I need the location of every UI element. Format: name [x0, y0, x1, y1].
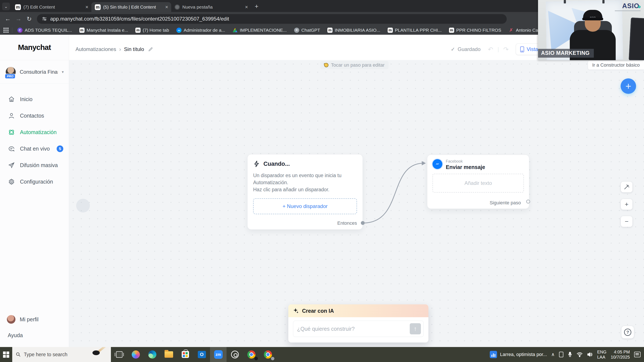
zoom-in-button[interactable]: + — [621, 199, 632, 210]
phone-link-icon[interactable] — [559, 352, 563, 357]
outlook-icon: O — [198, 351, 206, 358]
outlook-button[interactable]: O — [194, 347, 210, 362]
then-connector-handle[interactable] — [361, 221, 365, 225]
bookmark-chatgpt[interactable]: ✳ ChatGPT — [294, 28, 320, 33]
sidebar-item-mi-perfil[interactable]: Mi perfil — [0, 312, 69, 327]
search-input[interactable] — [24, 352, 86, 358]
ghost-node — [76, 199, 90, 212]
zoom-app-button[interactable]: zm — [210, 347, 226, 362]
sidebar-item-inicio[interactable]: Inicio — [0, 91, 69, 108]
home-icon — [8, 96, 15, 103]
help-button[interactable]: ? — [622, 326, 634, 339]
speaker-icon[interactable] — [587, 352, 593, 357]
contacts-icon — [8, 112, 15, 119]
sidebar-item-automatizacion[interactable]: Automatización — [0, 124, 69, 141]
bookmark-ppr-chino[interactable]: m PPR CHINO FILTROS — [449, 28, 501, 33]
sidebar-item-chat-en-vivo[interactable]: Chat en vivo 5 — [0, 141, 69, 157]
action-center-icon[interactable] — [634, 352, 640, 357]
breadcrumb-flow-name: Sin título — [124, 46, 144, 52]
canvas-hint: Tocar un paso para editar — [320, 61, 388, 69]
edge-button[interactable] — [144, 347, 160, 362]
tab-close-icon[interactable]: × — [245, 4, 248, 10]
sparkle-icon — [293, 308, 299, 314]
automation-icon — [8, 129, 15, 136]
clock[interactable]: 4:05 PM10/7/2025 — [611, 349, 630, 360]
tab-close-icon[interactable]: × — [86, 4, 88, 10]
zoom-out-button[interactable]: − — [621, 216, 632, 227]
bookmark-ads-tours[interactable]: C ADS TOURS TEQUIL... — [18, 28, 72, 33]
bookmark-label: Manychat Instala e... — [87, 28, 128, 33]
add-node-fab[interactable]: + — [620, 78, 636, 94]
asio-logo: ASIO — [615, 2, 640, 11]
next-step-connector-handle[interactable] — [526, 200, 530, 203]
sidebar-item-difusion[interactable]: Difusión masiva — [0, 157, 69, 174]
chevron-down-icon: ▾ — [62, 70, 64, 74]
sidebar-item-label: Difusión masiva — [20, 162, 58, 168]
broadcast-icon — [8, 162, 15, 169]
tab-search-button[interactable]: ⌄ — [2, 2, 10, 10]
bookmark-manychat-instala[interactable]: m Manychat Instala e... — [79, 28, 128, 33]
news-and-interests[interactable]: Larrea, optimista por... — [490, 351, 547, 358]
file-explorer-button[interactable] — [160, 347, 177, 362]
tab-new-tab[interactable]: Nueva pestaña × — [171, 2, 251, 12]
address-bar[interactable]: app.manychat.com/fb3281059/cms/files/con… — [37, 14, 507, 24]
auto-arrange-button[interactable] — [621, 182, 632, 192]
ai-prompt-input[interactable] — [297, 326, 408, 332]
redo-icon[interactable]: ↷ — [503, 46, 509, 53]
bookmark-inmobiliaria[interactable]: m INMOBILIARIA ASIO... — [327, 28, 380, 33]
wifi-icon[interactable] — [577, 352, 583, 357]
new-trigger-button[interactable]: + Nuevo disparador — [253, 198, 357, 214]
bookmark-implementaciones[interactable]: IMPLEMENTACIONE... — [232, 28, 287, 33]
ai-panel-title: Crear con IA — [302, 308, 334, 314]
board-clip — [564, 0, 566, 3]
tab-edit-content-active[interactable]: m (5) Sin título | Edit Content × — [92, 2, 171, 12]
account-name: Consultoría Finan... — [20, 69, 58, 75]
reload-icon[interactable]: ↻ — [24, 14, 34, 23]
settings-gear-icon — [8, 179, 15, 185]
new-tab-button[interactable]: + — [252, 2, 261, 11]
chrome-button-2[interactable] — [260, 347, 276, 362]
sidebar-nav: Inicio Contactos Automatización Chat en … — [0, 84, 69, 190]
bookmark-plantilla-ppr[interactable]: m PLANTILLA PPR CHI... — [388, 28, 442, 33]
breadcrumb-automations[interactable]: Automatizaciones — [76, 46, 116, 52]
apps-grid-icon[interactable] — [4, 28, 8, 33]
store-button[interactable] — [177, 347, 194, 362]
send-message-node[interactable]: Facebook Enviar mensaje Añadir texto Sig… — [427, 155, 529, 209]
sidebar-item-contactos[interactable]: Contactos — [0, 108, 69, 124]
sidebar-item-ayuda[interactable]: Ayuda — [0, 327, 69, 343]
account-switcher[interactable]: PRO Consultoría Finan... ▾ — [0, 60, 69, 84]
manychat-favicon: m — [327, 28, 332, 33]
tab-title: (5) Sin título | Edit Content — [103, 4, 162, 10]
windows-taskbar: O zm Larrea, optimista por... ∧ ENGLAA 4… — [0, 347, 644, 362]
taskbar-search[interactable] — [12, 347, 111, 362]
language-indicator[interactable]: ENGLAA — [597, 349, 606, 360]
tab-edit-content-1[interactable]: m (7) Edit Content × — [12, 2, 92, 12]
trigger-node[interactable]: Cuando... Un disparador es un evento que… — [247, 154, 363, 230]
edit-pencil-icon[interactable] — [148, 47, 153, 52]
forward-icon[interactable]: → — [14, 14, 23, 23]
store-icon — [182, 351, 189, 358]
add-text-placeholder[interactable]: Añadir texto — [432, 174, 524, 192]
microphone-icon[interactable] — [568, 352, 572, 357]
saved-status: ✓ Guardado — [451, 46, 480, 52]
check-icon: ✓ — [451, 46, 455, 52]
chrome-profile-badge — [254, 357, 258, 361]
bookmark-label: PPR CHINO FILTROS — [456, 28, 501, 33]
copilot-button[interactable] — [128, 347, 144, 362]
go-basic-builder-button[interactable]: Ir a Constructor básico — [588, 61, 644, 70]
flow-canvas[interactable]: Tocar un paso para editar Cuando... Un d… — [69, 60, 644, 347]
bookmark-home-tab[interactable]: m (7) Home tab — [135, 28, 169, 33]
chrome-button-1[interactable] — [243, 347, 260, 362]
tab-close-icon[interactable]: × — [165, 4, 168, 10]
tray-chevron-up-icon[interactable]: ∧ — [551, 352, 555, 357]
undo-icon[interactable]: ↶ — [488, 46, 493, 53]
bookmark-administrador[interactable]: ∞ Administrador de a... — [176, 28, 225, 33]
sidebar-item-configuracion[interactable]: Configuración — [0, 174, 69, 190]
steam-button[interactable] — [226, 347, 243, 362]
task-view-button[interactable] — [111, 347, 128, 362]
bookmark-label: ADS TOURS TEQUIL... — [25, 28, 72, 33]
ai-send-button[interactable]: ↑ — [410, 323, 421, 334]
sidebar-item-label: Ayuda — [8, 332, 23, 339]
back-icon[interactable]: ← — [3, 14, 12, 23]
start-button[interactable] — [0, 347, 12, 362]
